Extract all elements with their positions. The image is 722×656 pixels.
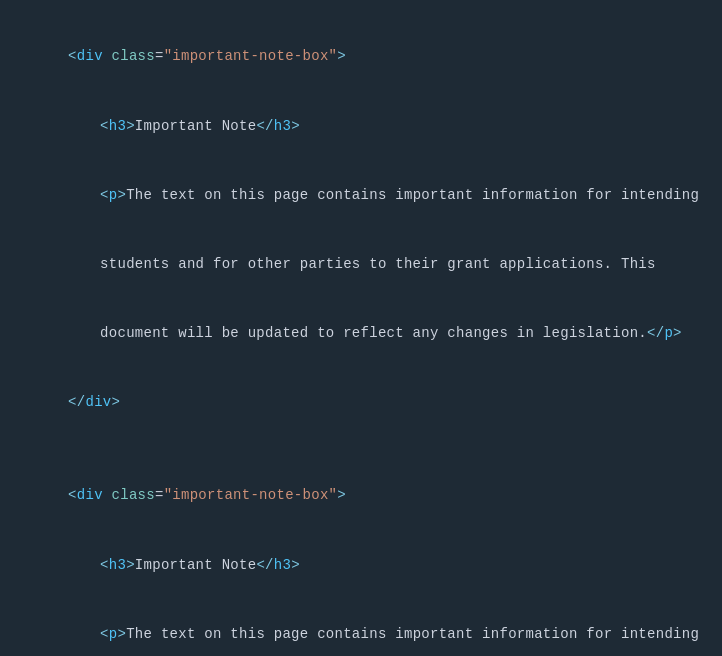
code-editor: <div class="important-note-box"> <h3>Imp… <box>0 12 722 656</box>
p-line-1c: document will be updated to reflect any … <box>0 299 722 368</box>
div-open-line-1: <div class="important-note-box"> <box>0 22 722 91</box>
p-text-1a: The text on this page contains important… <box>126 187 699 203</box>
h3-open-line-2: <h3>Important Note</h3> <box>0 530 722 599</box>
h3-content-1: Important Note <box>135 118 257 134</box>
attr-class: class <box>112 48 155 64</box>
code-block-1: <div class="important-note-box"> <h3>Imp… <box>0 20 722 439</box>
open-bracket: < <box>68 48 77 64</box>
h3-content-2: Important Note <box>135 557 257 573</box>
p-line-1a: <p>The text on this page contains import… <box>0 160 722 229</box>
h3-open-line-1: <h3>Important Note</h3> <box>0 91 722 160</box>
p-text-1b: students and for other parties to their … <box>100 256 656 272</box>
separator-1 <box>0 443 722 459</box>
p-line-2a: <p>The text on this page contains import… <box>0 599 722 656</box>
tag-div: div <box>77 48 103 64</box>
p-text-1c: document will be updated to reflect any … <box>100 325 647 341</box>
p-line-1b: students and for other parties to their … <box>0 230 722 299</box>
attr-value-2: "important-note-box" <box>164 487 338 503</box>
div-close-line-1: </div> <box>0 368 722 437</box>
p-text-2a: The text on this page contains important… <box>126 626 699 642</box>
code-block-2: <div class="important-note-box"> <h3>Imp… <box>0 459 722 656</box>
div-open-line-2: <div class="important-note-box"> <box>0 461 722 530</box>
attr-value-1: "important-note-box" <box>164 48 338 64</box>
